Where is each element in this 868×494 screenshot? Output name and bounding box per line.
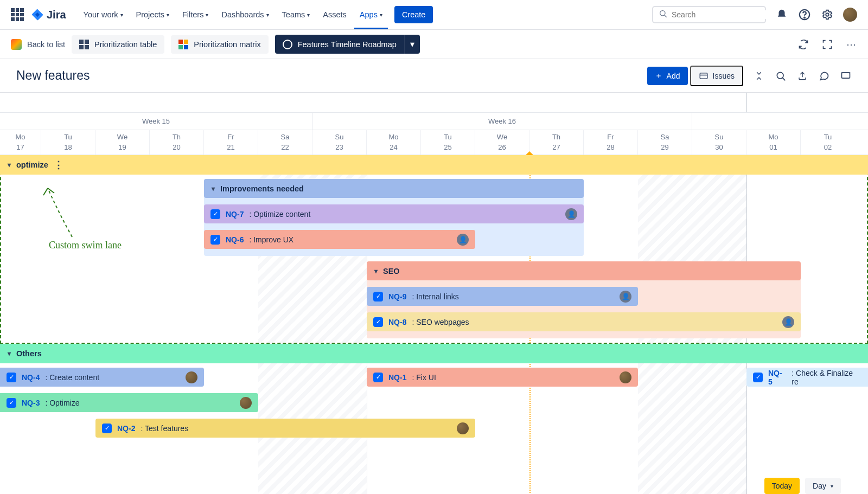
issues-button[interactable]: Issues <box>690 66 743 86</box>
annotation-arrow-icon <box>42 185 80 240</box>
issue-bar-nq8[interactable]: ✓ NQ-8 : SEO webpages 👤 <box>367 312 801 331</box>
notifications-icon[interactable] <box>775 8 789 22</box>
day-label: Fr28 <box>584 130 638 155</box>
add-button[interactable]: ＋ Add <box>647 67 688 85</box>
issue-bar-nq1[interactable]: ✓ NQ-1 : Fix UI <box>367 368 638 387</box>
assignee-avatar[interactable] <box>457 422 469 434</box>
swimlane-header-others[interactable]: ▾ Others <box>0 344 868 363</box>
present-icon[interactable] <box>840 70 852 82</box>
issue-bar-nq4[interactable]: ✓ NQ-4 : Create content <box>0 368 204 387</box>
task-icon: ✓ <box>373 292 383 301</box>
share-icon[interactable] <box>796 70 808 82</box>
day-label: Fr21 <box>204 130 258 155</box>
jira-logo[interactable]: Jira <box>31 9 66 21</box>
bulb-icon <box>283 40 292 49</box>
task-icon: ✓ <box>7 398 16 408</box>
issue-bar-nq6[interactable]: ✓ NQ-6 : Improve UX 👤 <box>204 230 475 249</box>
assignee-avatar[interactable] <box>240 397 252 409</box>
view-prioritization-table[interactable]: Prioritization table <box>72 35 164 54</box>
more-icon[interactable]: ⋮ <box>54 159 63 171</box>
group-header-improvements[interactable]: ▾ Improvements needed <box>204 179 584 198</box>
plus-icon: ＋ <box>655 71 662 81</box>
settings-icon[interactable] <box>820 8 834 22</box>
more-icon[interactable]: ⋯ <box>845 39 857 50</box>
timeline-content: ▾ optimize ⋮ Custom swim lane ▾ Improvem… <box>0 155 868 494</box>
chevron-down-icon: ▾ <box>8 350 11 357</box>
today-button[interactable]: Today <box>764 478 800 494</box>
nav-assets[interactable]: Assets <box>317 7 352 22</box>
task-icon: ✓ <box>210 209 220 219</box>
week-label: Week 16 <box>312 113 692 130</box>
view-roadmap[interactable]: Features Timeline Roadmap <box>275 35 404 54</box>
day-label: We19 <box>95 130 150 155</box>
chevron-down-icon: ▾ <box>374 267 378 275</box>
assignee-avatar[interactable] <box>620 371 631 383</box>
day-label: Th27 <box>529 130 584 155</box>
nav-your-work[interactable]: Your work▾ <box>78 7 129 22</box>
collapse-icon[interactable] <box>753 70 765 82</box>
task-icon: ✓ <box>753 373 763 382</box>
swimlane-body-optimize: Custom swim lane ▾ Improvements needed ✓… <box>0 175 868 344</box>
day-label: Sa22 <box>258 130 312 155</box>
day-label: We26 <box>475 130 529 155</box>
svg-point-0 <box>660 11 665 16</box>
nav-filters[interactable]: Filters▾ <box>177 7 214 22</box>
group-header-seo[interactable]: ▾ SEO <box>367 261 801 280</box>
svg-rect-5 <box>700 73 707 79</box>
search-icon <box>659 9 667 20</box>
chevron-down-icon: ▾ <box>212 185 215 193</box>
issues-icon <box>699 71 709 81</box>
view-prioritization-matrix[interactable]: Prioritization matrix <box>171 35 268 54</box>
issue-bar-nq7[interactable]: ✓ NQ-7 : Optimize content 👤 <box>204 204 584 223</box>
swimlane-header-optimize[interactable]: ▾ optimize ⋮ <box>0 155 868 175</box>
assignee-avatar[interactable]: 👤 <box>565 208 577 220</box>
nav-projects[interactable]: Projects▾ <box>131 7 175 22</box>
issue-bar-nq2[interactable]: ✓ NQ-2 : Test features <box>95 419 475 438</box>
assignee-avatar[interactable]: 👤 <box>620 291 631 303</box>
issue-bar-nq3[interactable]: ✓ NQ-3 : Optimize <box>0 393 258 412</box>
fullscreen-icon[interactable] <box>821 39 833 50</box>
chevron-down-icon: ▾ <box>167 12 169 18</box>
bottom-controls: Today Day▾ <box>764 478 841 494</box>
assignee-avatar[interactable]: 👤 <box>457 234 469 246</box>
svg-point-4 <box>826 13 829 16</box>
chevron-down-icon: ▾ <box>8 161 11 169</box>
view-roadmap-dropdown[interactable]: ▾ <box>404 35 420 54</box>
issue-bar-nq9[interactable]: ✓ NQ-9 : Internal links 👤 <box>367 287 638 306</box>
back-to-list-link[interactable]: Back to list <box>11 39 65 50</box>
assignee-avatar[interactable]: 👤 <box>782 316 794 328</box>
refresh-icon[interactable] <box>797 39 809 50</box>
day-label: Sa29 <box>638 130 692 155</box>
user-avatar[interactable] <box>843 8 857 22</box>
chevron-down-icon: ▾ <box>206 12 208 18</box>
task-icon: ✓ <box>7 373 16 382</box>
create-button[interactable]: Create <box>394 6 433 23</box>
page-title: New features <box>16 68 90 83</box>
comment-icon[interactable] <box>818 70 830 82</box>
svg-rect-9 <box>842 73 850 78</box>
search-input[interactable] <box>652 6 766 23</box>
page-header: New features ＋ Add Issues <box>0 59 868 93</box>
timeline: Week 15 Week 16 Mo17 Tu18 We19 Th20 Fr21… <box>0 93 868 494</box>
week-label <box>692 113 868 130</box>
view-roadmap-split: Features Timeline Roadmap ▾ <box>275 35 420 54</box>
nav-apps[interactable]: Apps▾ <box>354 0 388 29</box>
task-icon: ✓ <box>373 317 383 327</box>
day-label: Su23 <box>312 130 367 155</box>
task-icon: ✓ <box>102 424 112 433</box>
day-label: Tu25 <box>421 130 475 155</box>
day-label: Tu02 <box>801 130 855 155</box>
matrix-icon <box>178 40 188 49</box>
chevron-down-icon: ▾ <box>266 12 269 18</box>
week-header-row: Week 15 Week 16 <box>0 113 868 130</box>
search-icon[interactable] <box>775 70 787 82</box>
nav-dashboards[interactable]: Dashboards▾ <box>216 7 274 22</box>
nav-teams[interactable]: Teams▾ <box>277 7 316 22</box>
zoom-dropdown[interactable]: Day▾ <box>805 478 841 494</box>
issue-bar-nq5[interactable]: ✓ NQ-5 : Check & Finalize re <box>746 368 868 387</box>
app-switcher-icon[interactable] <box>11 8 24 21</box>
swimlane-body-others: ✓ NQ-4 : Create content ✓ NQ-1 : Fix UI … <box>0 363 868 472</box>
assignee-avatar[interactable] <box>186 371 197 383</box>
timeline-blank-row <box>0 93 868 113</box>
help-icon[interactable] <box>797 8 812 22</box>
